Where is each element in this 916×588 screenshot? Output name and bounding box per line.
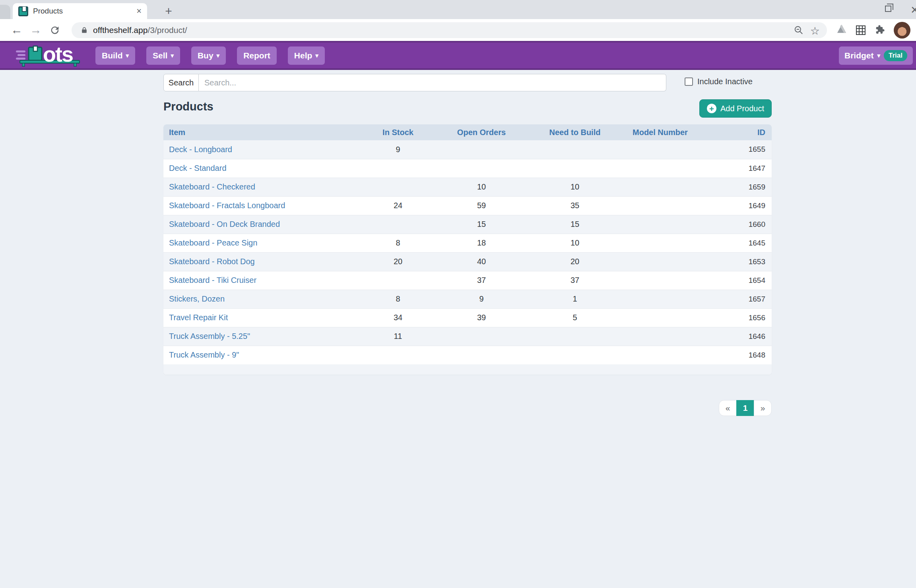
product-link[interactable]: Skateboard - Checkered — [169, 182, 255, 191]
app-navbar: ots Build▾ Sell▾ Buy▾ Report Help▾ Bridg… — [0, 41, 916, 70]
product-link[interactable]: Skateboard - Peace Sign — [169, 238, 257, 247]
page-content: Search Include Inactive Products + Add P… — [0, 70, 916, 588]
cell-need_to_build — [517, 346, 633, 364]
cell-id: 1659 — [704, 178, 772, 196]
include-inactive-label: Include Inactive — [697, 77, 753, 86]
table-row: Skateboard - Tiki Cruiser37371654 — [163, 271, 772, 290]
product-link[interactable]: Skateboard - On Deck Branded — [169, 220, 280, 228]
cell-id: 1647 — [704, 159, 772, 178]
cell-open_orders: 37 — [446, 271, 517, 290]
bookmark-star-icon[interactable]: ☆ — [810, 25, 820, 37]
cell-id: 1660 — [704, 215, 772, 234]
cell-in_stock: 11 — [350, 327, 446, 346]
menu-sell-button[interactable]: Sell▾ — [146, 46, 180, 65]
cell-open_orders — [446, 140, 517, 159]
cell-open_orders — [446, 346, 517, 364]
url-domain: offtheshelf.app — [93, 25, 147, 35]
pagination-next-button[interactable]: » — [754, 400, 772, 416]
product-link[interactable]: Deck - Longboard — [169, 145, 232, 154]
cell-in_stock — [350, 215, 446, 234]
column-header[interactable]: In Stock — [350, 124, 446, 140]
table-row: Skateboard - Robot Dog2040201653 — [163, 252, 772, 271]
user-menu-button[interactable]: Bridget ▾ Trial — [839, 46, 913, 65]
cell-open_orders: 59 — [446, 196, 517, 215]
cell-need_to_build — [517, 327, 633, 346]
brand-text: ots — [43, 43, 73, 66]
column-header[interactable]: ID — [704, 124, 772, 140]
reload-icon — [49, 25, 60, 36]
table-row: Travel Repair Kit343951656 — [163, 308, 772, 327]
cell-need_to_build: 5 — [517, 308, 633, 327]
include-inactive-checkbox[interactable] — [685, 77, 693, 86]
cell-in_stock — [350, 346, 446, 364]
extensions-puzzle-icon[interactable] — [874, 24, 885, 37]
url-text: offtheshelf.app/3/product/ — [93, 25, 187, 35]
cell-model_number — [633, 196, 704, 215]
new-tab-button[interactable]: + — [161, 3, 177, 19]
cell-in_stock: 8 — [350, 290, 446, 308]
cell-open_orders: 40 — [446, 252, 517, 271]
page-title: Products — [163, 100, 213, 113]
caret-down-icon: ▾ — [217, 52, 220, 59]
cell-in_stock: 20 — [350, 252, 446, 271]
add-product-button[interactable]: + Add Product — [699, 99, 772, 118]
cell-need_to_build — [517, 140, 633, 159]
cell-id: 1649 — [704, 196, 772, 215]
tab-close-icon[interactable]: × — [136, 7, 142, 15]
drive-icon[interactable] — [836, 24, 847, 36]
cell-model_number — [633, 215, 704, 234]
window-close-button[interactable]: ✕ — [910, 4, 916, 16]
column-header[interactable]: Need to Build — [517, 124, 633, 140]
menu-report-button[interactable]: Report — [237, 46, 277, 65]
product-link[interactable]: Truck Assembly - 5.25" — [169, 332, 250, 340]
browser-tab[interactable]: Products × — [13, 3, 147, 19]
trial-badge: Trial — [884, 50, 907, 61]
address-bar[interactable]: offtheshelf.app/3/product/ ☆ — [72, 22, 827, 38]
search-button[interactable]: Search — [163, 74, 199, 91]
table-row: Deck - Longboard91655 — [163, 140, 772, 159]
cell-need_to_build: 10 — [517, 234, 633, 252]
ots-logo[interactable]: ots — [16, 43, 83, 68]
cell-need_to_build: 10 — [517, 178, 633, 196]
url-path: /3/product/ — [147, 25, 187, 35]
column-header[interactable]: Model Number — [633, 124, 704, 140]
column-header[interactable]: Item — [163, 124, 350, 140]
pagination-prev-button[interactable]: « — [719, 400, 737, 416]
product-link[interactable]: Travel Repair Kit — [169, 313, 228, 322]
cell-open_orders: 15 — [446, 215, 517, 234]
restore-button[interactable] — [885, 6, 891, 12]
back-button[interactable]: ← — [10, 23, 24, 37]
cell-open_orders: 9 — [446, 290, 517, 308]
caret-down-icon: ▾ — [171, 52, 174, 59]
column-header[interactable]: Open Orders — [446, 124, 517, 140]
profile-avatar[interactable] — [894, 22, 910, 39]
product-link[interactable]: Skateboard - Robot Dog — [169, 257, 255, 266]
table-row: Skateboard - On Deck Branded15151660 — [163, 215, 772, 234]
product-link[interactable]: Truck Assembly - 9" — [169, 350, 239, 359]
zoom-out-icon[interactable] — [794, 25, 804, 37]
search-input[interactable] — [199, 74, 666, 91]
cell-model_number — [633, 234, 704, 252]
cell-open_orders — [446, 159, 517, 178]
table-row: Skateboard - Checkered10101659 — [163, 178, 772, 196]
apps-grid-icon[interactable] — [856, 25, 866, 35]
cell-model_number — [633, 308, 704, 327]
product-link[interactable]: Stickers, Dozen — [169, 294, 225, 303]
cell-need_to_build: 37 — [517, 271, 633, 290]
reload-button[interactable] — [49, 25, 60, 37]
package-favicon-icon — [18, 6, 28, 16]
menu-build-button[interactable]: Build▾ — [95, 46, 135, 65]
cell-open_orders: 18 — [446, 234, 517, 252]
pagination-page-1-button[interactable]: 1 — [736, 400, 754, 416]
table-footer — [163, 364, 772, 375]
product-link[interactable]: Deck - Standard — [169, 164, 227, 172]
product-link[interactable]: Skateboard - Fractals Longboard — [169, 201, 285, 210]
caret-down-icon: ▾ — [315, 52, 318, 59]
cell-model_number — [633, 140, 704, 159]
menu-buy-button[interactable]: Buy▾ — [191, 46, 226, 65]
product-link[interactable]: Skateboard - Tiki Cruiser — [169, 276, 256, 284]
products-table-body: Deck - Longboard91655Deck - Standard1647… — [163, 140, 772, 364]
menu-help-button[interactable]: Help▾ — [288, 46, 325, 65]
forward-button[interactable]: → — [29, 23, 43, 37]
table-row: Skateboard - Fractals Longboard245935164… — [163, 196, 772, 215]
